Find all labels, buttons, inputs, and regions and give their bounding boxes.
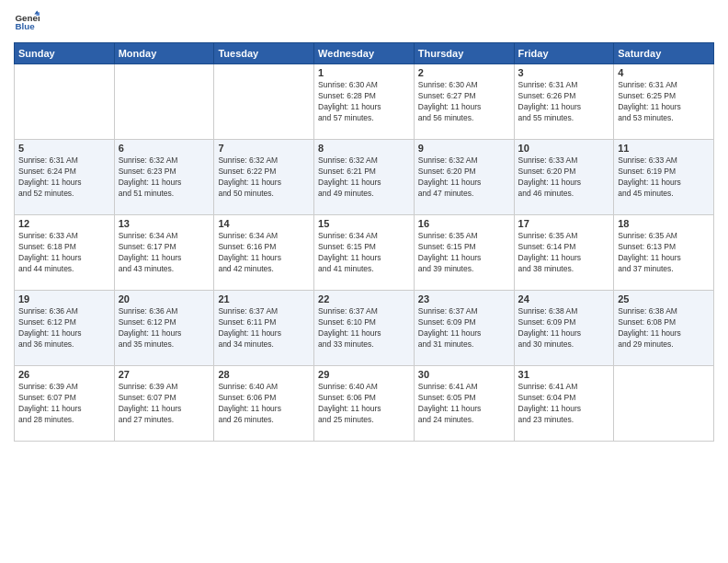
- day-info: Sunrise: 6:34 AM Sunset: 6:17 PM Dayligh…: [119, 231, 210, 275]
- day-number: 17: [518, 218, 610, 229]
- calendar-cell: 21Sunrise: 6:37 AM Sunset: 6:11 PM Dayli…: [214, 291, 314, 366]
- calendar-cell: 2Sunrise: 6:30 AM Sunset: 6:27 PM Daylig…: [414, 64, 514, 140]
- day-info: Sunrise: 6:33 AM Sunset: 6:20 PM Dayligh…: [518, 155, 610, 200]
- calendar-cell: 26Sunrise: 6:39 AM Sunset: 6:07 PM Dayli…: [15, 366, 115, 442]
- day-number: 27: [119, 369, 210, 380]
- week-row-2: 5Sunrise: 6:31 AM Sunset: 6:24 PM Daylig…: [15, 140, 714, 215]
- day-number: 18: [618, 218, 710, 229]
- header-day-thursday: Thursday: [414, 43, 514, 64]
- calendar-cell: 22Sunrise: 6:37 AM Sunset: 6:10 PM Dayli…: [314, 291, 415, 366]
- day-number: 28: [218, 369, 310, 380]
- calendar-cell: 17Sunrise: 6:35 AM Sunset: 6:14 PM Dayli…: [514, 215, 614, 291]
- day-info: Sunrise: 6:35 AM Sunset: 6:13 PM Dayligh…: [618, 231, 710, 275]
- day-info: Sunrise: 6:35 AM Sunset: 6:14 PM Dayligh…: [518, 231, 610, 275]
- header-day-friday: Friday: [514, 43, 614, 64]
- week-row-1: 1Sunrise: 6:30 AM Sunset: 6:28 PM Daylig…: [15, 64, 714, 140]
- day-info: Sunrise: 6:34 AM Sunset: 6:16 PM Dayligh…: [218, 231, 310, 275]
- day-number: 13: [119, 218, 210, 229]
- day-number: 12: [18, 218, 110, 229]
- day-number: 15: [318, 218, 410, 229]
- calendar-cell: 25Sunrise: 6:38 AM Sunset: 6:08 PM Dayli…: [614, 291, 714, 366]
- calendar-cell: 7Sunrise: 6:32 AM Sunset: 6:22 PM Daylig…: [214, 140, 314, 215]
- day-number: 4: [618, 67, 710, 78]
- day-number: 21: [218, 293, 310, 304]
- day-number: 23: [418, 293, 510, 304]
- calendar-cell: [114, 64, 214, 140]
- day-number: 3: [518, 67, 610, 78]
- day-number: 7: [218, 143, 310, 154]
- day-info: Sunrise: 6:39 AM Sunset: 6:07 PM Dayligh…: [18, 382, 110, 426]
- day-number: 2: [418, 67, 510, 78]
- calendar-cell: 1Sunrise: 6:30 AM Sunset: 6:28 PM Daylig…: [314, 64, 415, 140]
- day-info: Sunrise: 6:32 AM Sunset: 6:23 PM Dayligh…: [119, 155, 210, 200]
- day-number: 22: [318, 293, 410, 304]
- day-info: Sunrise: 6:34 AM Sunset: 6:15 PM Dayligh…: [318, 231, 410, 275]
- calendar-cell: 23Sunrise: 6:37 AM Sunset: 6:09 PM Dayli…: [414, 291, 514, 366]
- calendar-cell: 3Sunrise: 6:31 AM Sunset: 6:26 PM Daylig…: [514, 64, 614, 140]
- day-info: Sunrise: 6:37 AM Sunset: 6:09 PM Dayligh…: [418, 306, 510, 350]
- day-info: Sunrise: 6:33 AM Sunset: 6:19 PM Dayligh…: [618, 155, 710, 200]
- calendar-cell: 8Sunrise: 6:32 AM Sunset: 6:21 PM Daylig…: [314, 140, 415, 215]
- week-row-3: 12Sunrise: 6:33 AM Sunset: 6:18 PM Dayli…: [15, 215, 714, 291]
- calendar-cell: 6Sunrise: 6:32 AM Sunset: 6:23 PM Daylig…: [114, 140, 214, 215]
- day-number: 6: [119, 143, 210, 154]
- calendar-cell: 24Sunrise: 6:38 AM Sunset: 6:09 PM Dayli…: [514, 291, 614, 366]
- calendar-cell: 29Sunrise: 6:40 AM Sunset: 6:06 PM Dayli…: [314, 366, 415, 442]
- calendar-cell: 9Sunrise: 6:32 AM Sunset: 6:20 PM Daylig…: [414, 140, 514, 215]
- day-info: Sunrise: 6:41 AM Sunset: 6:04 PM Dayligh…: [518, 382, 610, 426]
- calendar-cell: 12Sunrise: 6:33 AM Sunset: 6:18 PM Dayli…: [15, 215, 115, 291]
- day-number: 16: [418, 218, 510, 229]
- day-number: 31: [518, 369, 610, 380]
- day-number: 8: [318, 143, 410, 154]
- day-info: Sunrise: 6:38 AM Sunset: 6:08 PM Dayligh…: [618, 306, 710, 350]
- day-number: 9: [418, 143, 510, 154]
- calendar-cell: [214, 64, 314, 140]
- calendar-cell: 18Sunrise: 6:35 AM Sunset: 6:13 PM Dayli…: [614, 215, 714, 291]
- calendar-cell: 28Sunrise: 6:40 AM Sunset: 6:06 PM Dayli…: [214, 366, 314, 442]
- day-number: 20: [119, 293, 210, 304]
- header-day-tuesday: Tuesday: [214, 43, 314, 64]
- day-number: 25: [618, 293, 710, 304]
- day-number: 14: [218, 218, 310, 229]
- day-number: 24: [518, 293, 610, 304]
- logo: General Blue: [14, 9, 43, 35]
- calendar-cell: 4Sunrise: 6:31 AM Sunset: 6:25 PM Daylig…: [614, 64, 714, 140]
- svg-text:Blue: Blue: [15, 21, 35, 31]
- day-info: Sunrise: 6:30 AM Sunset: 6:28 PM Dayligh…: [318, 80, 410, 124]
- header: General Blue: [14, 9, 714, 35]
- page: General Blue SundayMondayTuesdayWednesda…: [0, 0, 728, 563]
- day-info: Sunrise: 6:39 AM Sunset: 6:07 PM Dayligh…: [119, 382, 210, 426]
- day-info: Sunrise: 6:37 AM Sunset: 6:10 PM Dayligh…: [318, 306, 410, 350]
- day-info: Sunrise: 6:31 AM Sunset: 6:24 PM Dayligh…: [18, 155, 110, 200]
- week-row-4: 19Sunrise: 6:36 AM Sunset: 6:12 PM Dayli…: [15, 291, 714, 366]
- day-number: 29: [318, 369, 410, 380]
- header-day-sunday: Sunday: [15, 43, 115, 64]
- day-number: 11: [618, 143, 710, 154]
- day-number: 10: [518, 143, 610, 154]
- day-info: Sunrise: 6:31 AM Sunset: 6:26 PM Dayligh…: [518, 80, 610, 124]
- day-info: Sunrise: 6:41 AM Sunset: 6:05 PM Dayligh…: [418, 382, 510, 426]
- header-row: SundayMondayTuesdayWednesdayThursdayFrid…: [15, 43, 714, 64]
- calendar-cell: 11Sunrise: 6:33 AM Sunset: 6:19 PM Dayli…: [614, 140, 714, 215]
- calendar-cell: 20Sunrise: 6:36 AM Sunset: 6:12 PM Dayli…: [114, 291, 214, 366]
- day-number: 1: [318, 67, 410, 78]
- day-number: 30: [418, 369, 510, 380]
- calendar-table: SundayMondayTuesdayWednesdayThursdayFrid…: [14, 42, 714, 442]
- day-info: Sunrise: 6:35 AM Sunset: 6:15 PM Dayligh…: [418, 231, 510, 275]
- calendar-cell: 16Sunrise: 6:35 AM Sunset: 6:15 PM Dayli…: [414, 215, 514, 291]
- header-day-saturday: Saturday: [614, 43, 714, 64]
- day-info: Sunrise: 6:32 AM Sunset: 6:21 PM Dayligh…: [318, 155, 410, 200]
- calendar-cell: 5Sunrise: 6:31 AM Sunset: 6:24 PM Daylig…: [15, 140, 115, 215]
- calendar-cell: 19Sunrise: 6:36 AM Sunset: 6:12 PM Dayli…: [15, 291, 115, 366]
- day-info: Sunrise: 6:30 AM Sunset: 6:27 PM Dayligh…: [418, 80, 510, 124]
- calendar-cell: [614, 366, 714, 442]
- calendar-cell: 14Sunrise: 6:34 AM Sunset: 6:16 PM Dayli…: [214, 215, 314, 291]
- day-info: Sunrise: 6:37 AM Sunset: 6:11 PM Dayligh…: [218, 306, 310, 350]
- week-row-5: 26Sunrise: 6:39 AM Sunset: 6:07 PM Dayli…: [15, 366, 714, 442]
- day-number: 26: [18, 369, 110, 380]
- logo-icon: General Blue: [14, 9, 40, 35]
- day-info: Sunrise: 6:32 AM Sunset: 6:22 PM Dayligh…: [218, 155, 310, 200]
- calendar-cell: 30Sunrise: 6:41 AM Sunset: 6:05 PM Dayli…: [414, 366, 514, 442]
- day-info: Sunrise: 6:38 AM Sunset: 6:09 PM Dayligh…: [518, 306, 610, 350]
- calendar-cell: 13Sunrise: 6:34 AM Sunset: 6:17 PM Dayli…: [114, 215, 214, 291]
